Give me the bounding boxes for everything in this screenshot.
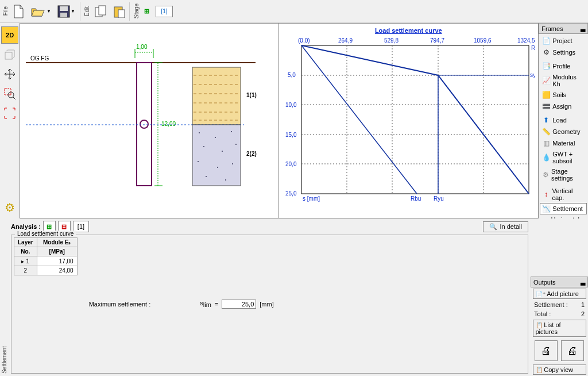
frame-icon: ▥: [542, 139, 550, 147]
slim-input[interactable]: [222, 300, 256, 309]
svg-text:2(2): 2(2): [246, 151, 257, 157]
paste-button[interactable]: [110, 3, 127, 20]
frame-item-project[interactable]: 📄Project: [540, 35, 587, 47]
svg-point-33: [231, 131, 232, 132]
load-settlement-group: Load settlement curve LayerModule Eₛ No.…: [11, 235, 528, 374]
svg-point-36: [235, 144, 237, 145]
svg-rect-6: [118, 10, 125, 18]
file-group-label: File: [1, 5, 10, 17]
frame-item-material[interactable]: ▥Material: [540, 137, 587, 149]
stage-1-button[interactable]: [1]: [156, 6, 173, 17]
svg-rect-30: [192, 125, 241, 186]
svg-text:1(1): 1(1): [246, 92, 257, 98]
svg-text:794,7: 794,7: [430, 37, 444, 44]
bottom-tab-label: Settlement: [0, 218, 9, 376]
print-color-button[interactable]: 🖨: [561, 340, 584, 361]
frame-item-vertical-cap-[interactable]: ↕Vertical cap.: [540, 186, 587, 203]
module-table: LayerModule Eₛ No.[MPa] ▸ 117,00 224,00: [14, 237, 78, 275]
chart-title: Load settlement curve: [375, 27, 442, 34]
svg-text:15,0: 15,0: [285, 132, 297, 138]
frames-title: Frames: [541, 25, 563, 32]
open-file-button[interactable]: ▼: [29, 3, 53, 20]
frame-item-geometry[interactable]: 📏Geometry: [540, 126, 587, 137]
analysis-panel: Analysis : ⊞ ⊟ [1] 🔍In detail Load settl…: [9, 218, 531, 376]
frame-icon: 📉: [542, 205, 550, 213]
copy-button[interactable]: [92, 3, 109, 20]
zoom-region-button[interactable]: [1, 85, 18, 102]
svg-text:1324,5: 1324,5: [517, 37, 535, 44]
max-settlement-row: Maximum settlement : slim = [mm]: [89, 237, 274, 371]
frame-item-gwt-subsoil[interactable]: 💧GWT + subsoil: [540, 149, 587, 166]
svg-text:R [kN]: R [kN]: [531, 45, 535, 51]
frame-icon: ↕: [542, 190, 550, 198]
load-settlement-chart: (0,0) 264,9 529,8 794,7 1059,6 1324,5 R …: [282, 34, 535, 206]
svg-rect-2: [60, 13, 67, 17]
outputs-minimize-icon[interactable]: ▃: [581, 278, 585, 286]
svg-text:s [mm]: s [mm]: [303, 195, 320, 202]
frame-icon: ⚙: [542, 48, 550, 56]
frame-item-settings[interactable]: ⚙Settings: [540, 47, 587, 58]
add-stage-button[interactable]: ⊞: [141, 6, 152, 17]
magnifier-icon: 🔍: [489, 223, 497, 231]
view-settings-button[interactable]: ⚙: [1, 199, 18, 216]
pile-sketch: OG FG 1,00 12,00: [20, 24, 278, 217]
svg-point-35: [222, 151, 223, 152]
frames-minimize-icon[interactable]: ▃: [581, 25, 585, 32]
svg-text:Rbu: Rbu: [411, 195, 421, 202]
frame-icon: ⬆: [542, 116, 550, 124]
svg-point-39: [232, 163, 233, 164]
frame-item-modulus-kh[interactable]: 📈Modulus Kh: [540, 72, 587, 89]
frame-item-profile[interactable]: 📑Profile: [540, 60, 587, 72]
frame-item-soils[interactable]: 🟨Soils: [540, 89, 587, 101]
svg-rect-1: [60, 6, 68, 11]
frame-item-load[interactable]: ⬆Load: [540, 114, 587, 126]
table-row[interactable]: ▸ 117,00: [14, 256, 78, 266]
svg-text:20,0: 20,0: [285, 161, 297, 167]
save-file-button[interactable]: ▼: [54, 3, 78, 20]
list-pictures-button[interactable]: 📋 List of pictures: [533, 320, 586, 337]
move-tool-button[interactable]: [1, 66, 18, 83]
stage-group-label: Stage: [132, 2, 141, 20]
frame-item-assign[interactable]: 🟰Assign: [540, 101, 587, 112]
table-row[interactable]: 224,00: [14, 266, 78, 275]
svg-text:264,9: 264,9: [338, 37, 353, 44]
add-picture-button[interactable]: 📄⁺ Add picture: [533, 289, 586, 299]
view-3d-button[interactable]: [1, 46, 18, 63]
frame-item-settlement[interactable]: 📉Settlement: [540, 203, 587, 214]
edit-group-label: Edit: [83, 5, 91, 17]
svg-point-31: [199, 132, 200, 133]
svg-text:10,0: 10,0: [285, 102, 297, 108]
svg-point-34: [203, 146, 204, 147]
svg-point-41: [225, 179, 226, 181]
svg-rect-4: [99, 6, 106, 15]
svg-rect-22: [192, 67, 241, 125]
svg-rect-44: [301, 45, 529, 194]
frame-icon: 🟰: [542, 102, 550, 110]
fit-view-button[interactable]: [1, 105, 18, 122]
svg-text:529,8: 529,8: [384, 37, 399, 44]
new-file-button[interactable]: [10, 3, 28, 20]
svg-point-37: [198, 161, 199, 162]
frame-icon: 📈: [542, 76, 550, 85]
module-table-wrap: LayerModule Eₛ No.[MPa] ▸ 117,00 224,00: [14, 237, 78, 371]
svg-point-38: [217, 167, 218, 168]
svg-text:Ryu: Ryu: [434, 195, 444, 202]
view-2d-button[interactable]: 2D: [1, 26, 18, 44]
frame-icon: 🟨: [542, 91, 550, 99]
svg-text:1,00: 1,00: [136, 44, 148, 50]
frames-panel: Frames▃ 📄Project⚙Settings📑Profile📈Modulu…: [539, 23, 588, 218]
in-detail-button[interactable]: 🔍In detail: [483, 221, 528, 232]
svg-point-40: [206, 176, 207, 177]
analysis-label: Analysis :: [11, 223, 41, 230]
frame-icon: ⚙: [542, 171, 549, 179]
svg-text:(0,0): (0,0): [298, 37, 310, 44]
svg-point-32: [215, 137, 216, 138]
copy-view-button[interactable]: 📋 Copy view: [533, 365, 586, 375]
outputs-title: Outputs: [533, 279, 556, 286]
svg-rect-8: [5, 89, 11, 95]
frame-icon: 📑: [542, 62, 550, 70]
frame-item-stage-settings[interactable]: ⚙Stage settings: [540, 166, 587, 183]
frame-icon: 💧: [542, 154, 550, 162]
svg-text:12,00: 12,00: [161, 121, 176, 127]
print-button[interactable]: 🖨: [535, 340, 558, 361]
